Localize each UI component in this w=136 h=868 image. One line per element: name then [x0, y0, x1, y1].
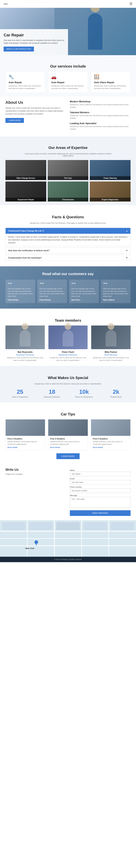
- hero-section: Car Repair Duis aute irure dolor in repr…: [0, 8, 136, 55]
- about-right: Modern Workshop Sample text. Click to se…: [70, 100, 131, 133]
- tip-card-2: Post 4 Headline Sample small text. Lorem…: [91, 419, 131, 451]
- testimonial-quote-2: ❝❝: [71, 282, 97, 286]
- team-photo-1: [48, 326, 88, 349]
- writeus-section: Write Us Image from Unsplash Name Email …: [0, 464, 136, 520]
- writeus-title: Write Us: [5, 468, 66, 472]
- faq-question-2[interactable]: Compensation from the workshop? ▼: [6, 255, 130, 261]
- stat-number-3: 2k: [101, 389, 131, 395]
- expertise-item-1[interactable]: Tire Care: [48, 160, 89, 180]
- team-name-1: Peter Paoli: [48, 351, 88, 353]
- expertise-item-4[interactable]: Transmission: [48, 182, 89, 202]
- expertise-item-3[interactable]: Suspension Repair: [5, 182, 46, 202]
- email-label: Email: [70, 478, 131, 480]
- service-card-2: 🪟 Auto Glass Repair Sample text. Click t…: [91, 71, 131, 93]
- expertise-item-0[interactable]: Filter Change Service: [5, 160, 46, 180]
- svg-rect-10: [56, 522, 80, 530]
- team-name-2: Mila Parker: [91, 351, 131, 353]
- stat-0: 25 Years of experience: [5, 389, 35, 398]
- service-desc-2: Sample text. Click to select the Text El…: [94, 85, 128, 90]
- team-title: Team members: [5, 318, 131, 322]
- svg-rect-9: [29, 522, 53, 530]
- svg-rect-12: [110, 522, 134, 530]
- hero-description: Duis aute irure dolor in reprehenderit i…: [4, 39, 64, 44]
- tip-read-1[interactable]: READ MORE: [50, 446, 86, 448]
- menu-icon[interactable]: ☰: [130, 2, 132, 6]
- services-grid: 🔧 Auto Repair Sample text. Click to sele…: [5, 71, 131, 93]
- footer-text: © 2024 Car Repair. All rights reserved.: [54, 559, 82, 560]
- map-section: New York: [0, 520, 136, 557]
- tip-read-2[interactable]: READ MORE: [93, 446, 129, 448]
- team-role-2: Diesel Mechanic: [91, 354, 131, 356]
- about-item-desc-0: Sample text. Click to select the Text El…: [70, 103, 131, 108]
- name-input[interactable]: [70, 472, 131, 476]
- service-icon-2: 🪟: [94, 74, 128, 80]
- team-desc-1: Sample text. Click to select the Text El…: [48, 356, 88, 362]
- header-logo: logo: [4, 3, 8, 5]
- about-learn-more-button[interactable]: LEARN MORE: [5, 118, 24, 123]
- email-input[interactable]: [70, 480, 131, 485]
- expertise-label-4: Transmission: [48, 198, 89, 202]
- faq-item-1[interactable]: How does the rectification of defects wo…: [5, 247, 131, 254]
- faq-item-2[interactable]: Compensation from the workshop? ▼: [5, 255, 131, 261]
- svg-rect-8: [2, 522, 26, 530]
- stat-2: 10k Hours of maintenance: [70, 389, 99, 398]
- about-item-desc-1: Sample text. Click to select the Text El…: [70, 115, 131, 119]
- special-title: What Makes Us Special: [5, 376, 131, 380]
- about-title: About Us: [5, 100, 66, 105]
- faq-question-1[interactable]: How does the rectification of defects wo…: [6, 248, 130, 253]
- writeus-submit-button[interactable]: SEND A MESSAGE: [70, 510, 131, 516]
- stat-number-0: 25: [5, 389, 35, 395]
- message-label: Message: [70, 494, 131, 496]
- team-desc-0: Sample text. Click to select the Text El…: [5, 356, 45, 362]
- writeus-description: Image from Unsplash: [5, 473, 66, 475]
- service-desc-1: Sample text. Click to select the Text El…: [51, 85, 85, 90]
- service-title-1: Auto Repair: [51, 81, 85, 84]
- about-item-title-2: Leading Auto Specialist: [70, 122, 131, 125]
- tip-content-1: Post 5 Headline Sample small text. Lorem…: [48, 436, 88, 450]
- hero-title: Car Repair: [4, 33, 64, 37]
- team-photo-0: [5, 326, 45, 349]
- about-section: About Us Sample text. Click to select th…: [0, 96, 136, 136]
- phone-input[interactable]: [70, 489, 131, 493]
- hero-cta-button[interactable]: MAKE A CAR INSPECTION: [4, 46, 34, 52]
- faq-item-0[interactable]: Testimonial Project Change My Life !!! ▲…: [5, 228, 131, 246]
- testimonials-grid: ❝❝ Felis sed vulputate odio ut enim. Arc…: [5, 280, 131, 303]
- testimonial-quote-0: ❝❝: [8, 282, 33, 286]
- message-textarea[interactable]: [70, 497, 131, 508]
- hero-overlay: Car Repair Duis aute irure dolor in repr…: [0, 29, 68, 55]
- about-item-desc-2: Sample text. Click to select the Text El…: [70, 125, 131, 130]
- facts-description: Sample text. Click to select the Text El…: [23, 222, 114, 224]
- faq-question-0[interactable]: Testimonial Project Change My Life !!! ▲: [6, 228, 130, 234]
- tip-img-2: [91, 420, 130, 436]
- team-photo-2: [91, 326, 131, 349]
- testimonial-quote-1: ❝❝: [40, 282, 65, 286]
- expertise-item-5[interactable]: Engine Diagnostics: [90, 182, 131, 202]
- tip-title-2: Post 4 Headline: [93, 438, 129, 440]
- service-title-0: Auto Repair: [8, 81, 42, 84]
- testimonial-text-2: Felis sed vulputate odio ut enim. Arcu n…: [71, 288, 97, 298]
- tips-learn-more-button[interactable]: LEARN MORE: [56, 453, 80, 459]
- expertise-label-0: Filter Change Service: [5, 176, 46, 180]
- service-desc-0: Sample text. Click to select the Text El…: [8, 85, 42, 90]
- testimonial-quote-3: ❝❝: [103, 282, 129, 286]
- tip-content-2: Post 4 Headline Sample small text. Lorem…: [91, 436, 130, 450]
- stat-label-1: Amazing employees: [38, 396, 67, 398]
- special-description: Sample text. Click to select the Text El…: [23, 383, 114, 385]
- about-item-1: Talented Workers Sample text. Click to s…: [70, 111, 131, 119]
- testimonial-name-2: Sam Perry: [71, 299, 97, 301]
- map-city-label: New York: [26, 547, 34, 550]
- facts-section: Facts & Questions Sample text. Click to …: [0, 205, 136, 266]
- stat-label-0: Years of experience: [5, 396, 35, 398]
- about-item-2: Leading Auto Specialist Sample text. Cli…: [70, 122, 131, 130]
- writeus-left: Write Us Image from Unsplash: [5, 468, 66, 516]
- expertise-section: Our Areas of Expertise Lorem ipsum dolor…: [0, 136, 136, 205]
- stat-label-3: Projects done: [101, 396, 131, 398]
- team-name-0: Nat Reynolds: [5, 351, 45, 353]
- testimonial-text-3: Felis sed vulputate odio ut enim. Arcu n…: [103, 288, 129, 298]
- expertise-item-2[interactable]: Power Steering: [90, 160, 131, 180]
- tip-read-0[interactable]: READ MORE: [7, 446, 43, 448]
- team-member-1: Peter Paoli Maintenance Mechanic Sample …: [48, 326, 88, 362]
- team-member-0: Nat Reynolds Automotive Technician Sampl…: [5, 326, 45, 362]
- tips-grid: Post 4 Headline Sample small text. Lorem…: [5, 419, 131, 451]
- svg-rect-11: [83, 522, 107, 530]
